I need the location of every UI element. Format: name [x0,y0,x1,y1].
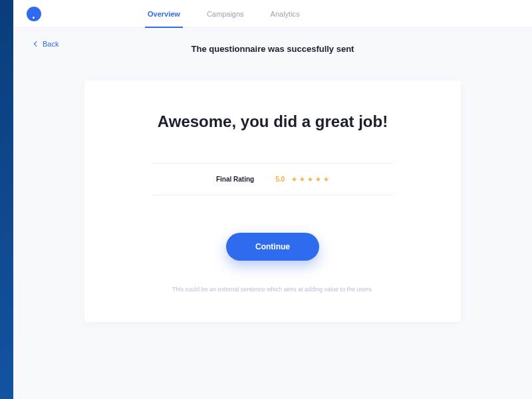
tab-label: Campaigns [207,10,244,18]
rating-row: Final Rating 5.0 ★ ★ ★ ★ ★ [151,163,394,196]
tabs: Overview Campaigns Analytics [148,0,300,27]
tab-campaigns[interactable]: Campaigns [207,0,244,27]
rating-value: 5.0 [275,176,285,183]
footer-text: This could be an external sentence which… [124,286,421,293]
back-label: Back [43,40,59,48]
tab-overview[interactable]: Overview [148,0,180,27]
status-message: The questionnaire was succesfully sent [13,44,532,54]
rating-label: Final Rating [216,176,254,183]
star-icon: ★ [307,176,313,183]
app-shell: Overview Campaigns Analytics Back The qu… [13,0,532,399]
star-icon: ★ [291,176,297,183]
tab-label: Overview [148,10,180,18]
star-icon: ★ [299,176,305,183]
tab-analytics[interactable]: Analytics [271,0,300,27]
continue-button[interactable]: Continue [226,233,319,261]
back-button[interactable]: Back [35,40,59,48]
rating-value-wrap: 5.0 ★ ★ ★ ★ ★ [275,176,329,183]
star-icon: ★ [315,176,321,183]
logo-icon [27,7,41,21]
card-title: Awesome, you did a great job! [124,112,421,131]
result-card: Awesome, you did a great job! Final Rati… [84,80,461,322]
star-icon: ★ [323,176,329,183]
header: Overview Campaigns Analytics [13,0,532,28]
tab-label: Analytics [271,10,300,18]
stars: ★ ★ ★ ★ ★ [291,176,329,183]
content: The questionnaire was succesfully sent A… [13,28,532,322]
chevron-left-icon [34,41,39,47]
